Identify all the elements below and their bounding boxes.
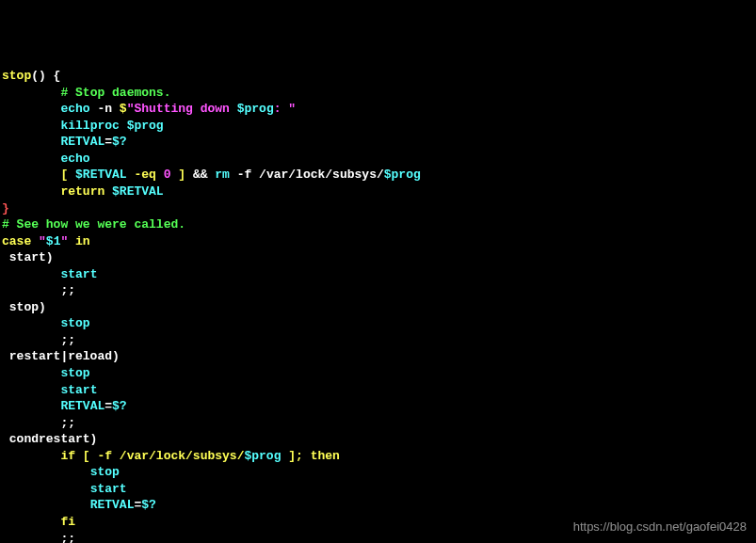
var: RETVAL <box>60 399 105 413</box>
var: $? <box>112 399 127 413</box>
keyword: if <box>60 449 75 463</box>
text: ] <box>170 168 192 182</box>
var: RETVAL <box>60 135 105 149</box>
text: ]; <box>281 449 310 463</box>
cmd: stop <box>60 316 89 330</box>
comment: # Stop daemons. <box>60 86 170 100</box>
string: " <box>60 234 75 248</box>
cmd: start <box>60 383 97 397</box>
text: ;; <box>60 333 75 347</box>
watermark: https://blog.csdn.net/gaofei0428 <box>573 519 747 535</box>
var: $RETVAL <box>112 184 164 199</box>
path: /var/lock/subsys/ <box>259 168 384 182</box>
cmd: stop <box>60 366 89 380</box>
var: $RETVAL <box>75 168 127 182</box>
var: $1 <box>46 234 61 248</box>
keyword: case <box>2 234 31 248</box>
cmd: killproc <box>60 119 126 133</box>
text: = <box>105 135 112 149</box>
case-label: stop) <box>2 300 46 314</box>
text: ;; <box>60 283 75 297</box>
var: $prog <box>244 449 281 463</box>
keyword: in <box>75 234 90 248</box>
cmd: start <box>60 267 97 281</box>
comment: # See how we were called. <box>2 217 185 232</box>
case-label: start) <box>2 250 54 264</box>
var: $? <box>141 498 156 512</box>
text: ;; <box>60 532 75 544</box>
keyword: stop <box>2 69 31 83</box>
text: = <box>105 399 112 413</box>
keyword: then <box>311 449 340 463</box>
text: [ -f /var/lock/subsys/ <box>75 449 244 463</box>
keyword: fi <box>60 515 75 529</box>
code-editor: stop() { # Stop daemons. echo -n $"Shutt… <box>2 68 754 543</box>
string: "Shutting down <box>127 102 237 116</box>
brace: } <box>2 201 9 216</box>
text: $ <box>120 102 127 116</box>
cmd: stop <box>90 465 120 479</box>
var: $prog <box>384 168 421 182</box>
text: ;; <box>60 416 75 430</box>
var: $prog <box>127 119 164 133</box>
cmd: start <box>90 482 127 496</box>
keyword: return <box>60 184 112 199</box>
case-label: restart|reload) <box>2 349 120 363</box>
text: [ <box>60 168 75 182</box>
cmd: rm <box>215 168 230 182</box>
text: -n <box>90 102 120 116</box>
text: -eq <box>127 168 164 182</box>
var: $prog <box>237 102 274 116</box>
string: " <box>31 234 46 248</box>
text: && <box>193 168 215 182</box>
string: : " <box>274 102 296 116</box>
text: -f <box>230 168 259 182</box>
cmd: echo <box>60 102 89 116</box>
var: $? <box>112 135 127 149</box>
case-label: condrestart) <box>2 432 97 446</box>
text: () { <box>31 69 60 83</box>
var: RETVAL <box>90 498 135 512</box>
cmd: echo <box>60 152 89 166</box>
